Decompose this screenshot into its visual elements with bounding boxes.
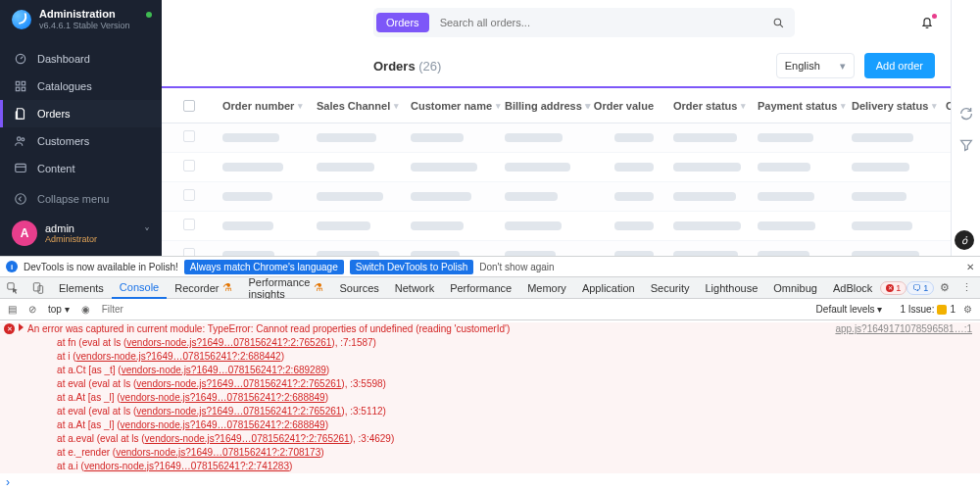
issues-badge[interactable]: 1 Issue:1: [900, 304, 956, 315]
stack-link[interactable]: vendors-node.js?1649…078156241?:2:765261: [126, 337, 331, 348]
devtab-memory[interactable]: Memory: [519, 277, 574, 299]
table-row[interactable]: [162, 153, 951, 182]
device-icon[interactable]: [25, 277, 51, 299]
table-cell: [663, 251, 748, 256]
devtab-recorder[interactable]: Recorder ⚗: [167, 277, 240, 299]
user-role: Administrator: [45, 234, 97, 244]
col-customer-name[interactable]: Customer name▾: [401, 100, 495, 112]
devtab-network[interactable]: Network: [387, 277, 442, 299]
table-cell: [842, 133, 936, 142]
floating-badge[interactable]: ỏ: [955, 230, 974, 250]
devtab-sources[interactable]: Sources: [331, 277, 386, 299]
eye-icon[interactable]: ◉: [77, 300, 94, 319]
brand-version: v6.4.6.1 Stable Version: [39, 21, 130, 31]
console-filter-input[interactable]: [98, 302, 608, 318]
brand: Administration v6.4.6.1 Stable Version: [0, 0, 162, 39]
context-select[interactable]: top ▾: [44, 300, 74, 319]
devtab-application[interactable]: Application: [574, 277, 643, 299]
stack-link[interactable]: vendors-node.js?1649…078156241?:2:765261: [136, 378, 341, 389]
stack-link[interactable]: vendors-node.js?1649…078156241?:2:688849: [121, 419, 325, 430]
table-cell: [173, 160, 213, 174]
table-cell: [213, 133, 307, 142]
devtools-settings-icon[interactable]: ⚙: [934, 281, 956, 294]
user-name: admin: [45, 222, 97, 234]
col-sales-channel[interactable]: Sales Channel▾: [307, 100, 401, 112]
search-scope-badge[interactable]: Orders: [376, 13, 429, 32]
table-row[interactable]: [162, 182, 951, 212]
stack-link[interactable]: vendors-node.js?1649…078156241?:2:765261: [136, 406, 341, 417]
devtab-adblock[interactable]: AdBlock: [825, 277, 880, 299]
col-billing-address[interactable]: Billing address▾: [495, 100, 589, 112]
col-payment-status[interactable]: Payment status▾: [748, 100, 842, 112]
stack-link[interactable]: vendors-node.js?1649…078156241?:2:741283: [84, 461, 289, 471]
add-order-button[interactable]: Add order: [864, 53, 935, 78]
refresh-icon[interactable]: [958, 106, 974, 122]
console-prompt[interactable]: ›: [0, 473, 980, 491]
sidebar-item-orders[interactable]: Orders: [0, 100, 162, 127]
col-delivery-status[interactable]: Delivery status▾: [842, 100, 936, 112]
message-badge[interactable]: 🗨 1: [906, 281, 934, 295]
col-overflow[interactable]: O…: [936, 100, 951, 112]
sidebar-item-content[interactable]: Content: [0, 155, 162, 182]
table-row[interactable]: [162, 212, 951, 241]
stack-link[interactable]: vendors-node.js?1649…078156241?:2:688442: [76, 351, 281, 362]
flask-icon: ⚗: [314, 281, 323, 294]
table-cell: [213, 221, 307, 230]
svg-rect-16: [38, 285, 43, 293]
table-row[interactable]: [162, 123, 951, 153]
notifications-button[interactable]: [919, 15, 935, 30]
col-order-number[interactable]: Order number▾: [213, 100, 307, 112]
clear-console-icon[interactable]: ⊘: [24, 300, 40, 319]
stack-link[interactable]: vendors-node.js?1649…078156241?:2:689289: [122, 365, 326, 375]
svg-rect-7: [16, 164, 26, 172]
devtab-console[interactable]: Console: [112, 277, 167, 299]
table-cell: [401, 192, 495, 201]
sidebar-item-customers[interactable]: Customers: [0, 127, 162, 155]
dashboard-icon: [14, 52, 27, 66]
banner-close[interactable]: ✕: [966, 262, 974, 272]
table-cell: [213, 163, 307, 172]
col-order-status[interactable]: Order status▾: [663, 100, 748, 112]
devtab-omnibug[interactable]: Omnibug: [765, 277, 825, 299]
stack-link[interactable]: vendors-node.js?1649…078156241?:2:688849: [121, 392, 325, 403]
table-cell: [307, 221, 401, 230]
devtab-elements[interactable]: Elements: [51, 277, 112, 299]
search-input[interactable]: [432, 17, 762, 28]
stack-frame: at fn (eval at ls (vendors-node.js?1649……: [19, 336, 972, 350]
sidebar-item-catalogues[interactable]: Catalogues: [0, 73, 162, 100]
error-icon: ✕: [4, 323, 15, 334]
status-dot: [146, 12, 152, 18]
table-cell: [495, 251, 589, 256]
user-menu[interactable]: A admin Administrator ˅: [0, 213, 162, 256]
select-all-checkbox[interactable]: [173, 100, 213, 112]
language-select[interactable]: English▾: [776, 53, 855, 78]
stack-link[interactable]: vendors-node.js?1649…078156241?:2:765261: [145, 433, 350, 444]
content-icon: [14, 162, 27, 175]
console-source-link[interactable]: app.js?1649171078596581…:1: [835, 322, 972, 336]
console-gear-icon[interactable]: ⚙: [959, 300, 976, 319]
log-levels-select[interactable]: Default levels ▾: [816, 304, 883, 315]
devtab-performance-insights[interactable]: Performance insights ⚗: [240, 277, 331, 299]
devtools-more-icon[interactable]: ⋮: [956, 281, 978, 294]
devtab-security[interactable]: Security: [643, 277, 698, 299]
table-row[interactable]: [162, 241, 951, 256]
devtab-performance[interactable]: Performance: [442, 277, 519, 299]
stack-link[interactable]: vendors-node.js?1649…078156241?:2:708173: [116, 447, 320, 458]
col-order-value[interactable]: ▾Order value: [589, 100, 663, 112]
banner-switch-button[interactable]: Switch DevTools to Polish: [350, 260, 474, 274]
sidebar-item-dashboard[interactable]: Dashboard: [0, 45, 162, 73]
inspect-icon[interactable]: [0, 277, 25, 299]
filter-icon[interactable]: [958, 137, 974, 153]
brand-logo: [12, 10, 31, 29]
error-badge[interactable]: ✕1: [880, 281, 906, 295]
banner-match-button[interactable]: Always match Chrome's language: [184, 260, 344, 274]
devtab-lighthouse[interactable]: Lighthouse: [697, 277, 765, 299]
banner-dontshow[interactable]: Don't show again: [479, 262, 554, 272]
table-cell: [748, 221, 842, 230]
search-icon[interactable]: [772, 17, 785, 29]
collapse-menu[interactable]: Collapse menu: [0, 185, 162, 213]
table-cell: [213, 251, 307, 256]
table-cell: [401, 133, 495, 142]
sidebar-toggle-icon[interactable]: ▤: [4, 300, 21, 319]
table-cell: [401, 251, 495, 256]
